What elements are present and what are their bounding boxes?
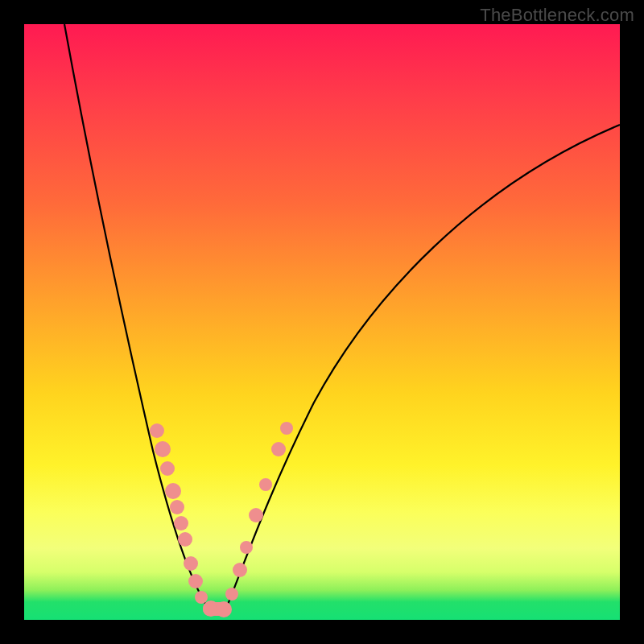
svg-point-6 [178,532,192,547]
svg-point-16 [249,508,263,522]
svg-point-7 [184,556,198,571]
svg-point-12 [216,601,232,617]
right-curve [225,125,620,610]
svg-point-3 [165,483,181,499]
chart-svg [24,24,620,620]
svg-point-9 [195,591,208,604]
svg-point-13 [225,588,238,601]
svg-point-0 [150,423,164,438]
outer-frame: TheBottleneck.com [0,0,644,644]
svg-point-1 [155,441,171,457]
svg-point-4 [170,500,184,514]
plot-area [24,24,620,620]
svg-point-18 [271,442,286,456]
svg-point-15 [240,541,253,554]
svg-point-5 [174,516,188,530]
svg-point-2 [160,461,175,476]
svg-point-17 [259,478,272,491]
watermark-text: TheBottleneck.com [480,5,634,26]
svg-point-19 [280,422,293,435]
svg-point-14 [233,563,247,577]
svg-point-8 [188,574,203,588]
